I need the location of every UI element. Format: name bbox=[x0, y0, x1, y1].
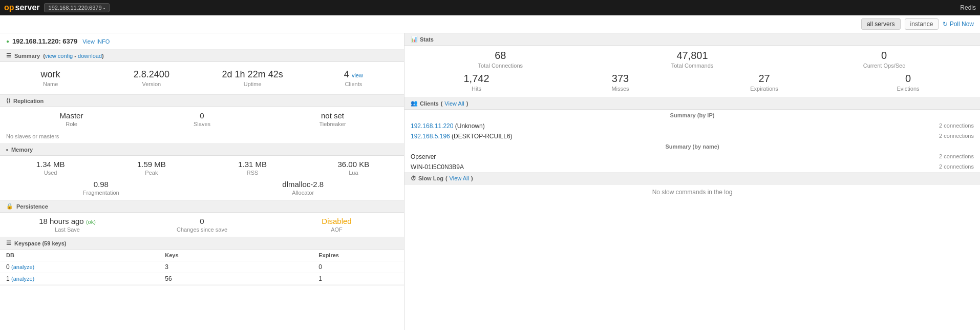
app-name: Redis bbox=[960, 4, 976, 11]
client-name: WIN-01I5C0N3B9A bbox=[411, 163, 939, 171]
total-commands-label: Total Commands bbox=[596, 63, 789, 69]
aof-label: AOF bbox=[269, 226, 404, 233]
summary-section: ☰ Summary (view config - download) work … bbox=[0, 50, 404, 95]
current-ops-value: 0 bbox=[788, 50, 980, 61]
keyspace-icon: ☰ bbox=[6, 240, 11, 246]
memory-header: ▪ Memory bbox=[0, 144, 404, 156]
client-ip: 192.168.11.220 (Unknown) bbox=[411, 122, 939, 130]
client-ip-link[interactable]: 192.168.11.220 bbox=[411, 122, 453, 130]
tab-all-servers[interactable]: all servers bbox=[861, 18, 901, 30]
db-cell: 1 (analyze) bbox=[0, 273, 114, 285]
used-value: 1.34 MB bbox=[0, 160, 101, 169]
replication-stats: Master Role 0 Slaves not set Tiebreaker bbox=[0, 107, 404, 131]
rss-value: 1.31 MB bbox=[202, 160, 303, 169]
summary-header: ☰ Summary (view config - download) bbox=[0, 50, 404, 62]
analyze-link[interactable]: (analyze) bbox=[11, 276, 34, 282]
clients-view-all-link[interactable]: View All bbox=[444, 100, 464, 107]
server-address-pill[interactable]: 192.168.11.220:6379 - bbox=[44, 3, 110, 12]
hits: 1,742 Hits bbox=[404, 73, 548, 92]
used-label: Used bbox=[0, 170, 101, 176]
slaves-label: Slaves bbox=[137, 121, 267, 127]
slow-log-title: Slow Log bbox=[418, 175, 443, 181]
hits-label: Hits bbox=[404, 86, 548, 92]
slaves-value: 0 bbox=[137, 111, 267, 120]
lua-value: 36.00 KB bbox=[303, 160, 404, 169]
total-commands-value: 47,801 bbox=[596, 50, 789, 61]
slow-log-header: ⏱ Slow Log (View All) bbox=[404, 172, 980, 184]
keys-cell: 56 bbox=[114, 273, 312, 285]
evictions-value: 0 bbox=[836, 73, 980, 85]
server-title-bar: ● 192.168.11.220: 6379 View INFO bbox=[0, 33, 404, 50]
clients-by-name: Summary (by name) Opserver 2 connections… bbox=[404, 141, 980, 172]
misses-label: Misses bbox=[548, 86, 692, 92]
name-label: Name bbox=[4, 81, 97, 87]
misses: 373 Misses bbox=[548, 73, 692, 92]
download-link[interactable]: download bbox=[78, 53, 102, 59]
allocator-label: Allocator bbox=[202, 190, 404, 196]
stats-icon: 📊 bbox=[411, 36, 418, 43]
memory-title: Memory bbox=[11, 147, 33, 153]
stats-title: Stats bbox=[420, 36, 434, 43]
client-name-row: Opserver 2 connections bbox=[404, 152, 980, 162]
slow-log-icon: ⏱ bbox=[411, 175, 416, 181]
header: opserver 192.168.11.220:6379 - Redis bbox=[0, 0, 980, 15]
name-value: work bbox=[4, 69, 97, 80]
summary-links: (view config - download) bbox=[43, 53, 104, 59]
rep-role: Master Role bbox=[6, 111, 137, 127]
view-config-link[interactable]: view config bbox=[45, 53, 73, 59]
total-commands: 47,801 Total Commands bbox=[596, 50, 789, 69]
view-info-link[interactable]: View INFO bbox=[82, 38, 110, 45]
rep-slaves: 0 Slaves bbox=[137, 111, 267, 127]
replication-section: ⟨⟩ Replication Master Role 0 Slaves not … bbox=[0, 95, 404, 144]
persist-changes: 0 Changes since save bbox=[135, 217, 269, 233]
client-name-connections: 2 connections bbox=[939, 163, 974, 171]
tiebreaker-value: not set bbox=[267, 111, 398, 120]
changes-label: Changes since save bbox=[135, 226, 269, 233]
col-expires: Expires bbox=[312, 250, 404, 261]
total-connections-label: Total Connections bbox=[404, 63, 596, 69]
replication-title: Replication bbox=[13, 98, 44, 104]
summary-title: Summary bbox=[14, 53, 40, 59]
clients-label: Clients bbox=[307, 81, 400, 87]
role-label: Role bbox=[6, 121, 137, 127]
evictions-label: Evictions bbox=[836, 86, 980, 92]
rep-tiebreaker: not set Tiebreaker bbox=[267, 111, 398, 127]
replication-icon: ⟨⟩ bbox=[6, 97, 10, 104]
poll-now-button[interactable]: ↻ Poll Now bbox=[943, 20, 974, 28]
analyze-link[interactable]: (analyze) bbox=[11, 264, 34, 270]
persistence-section: 🔒 Persistence 18 hours ago (ok) Last Sav… bbox=[0, 200, 404, 237]
tab-instance[interactable]: instance bbox=[905, 18, 939, 30]
mem-lua: 36.00 KB Lua bbox=[303, 160, 404, 176]
main-content: ● 192.168.11.220: 6379 View INFO ☰ Summa… bbox=[0, 33, 980, 330]
version-label: Version bbox=[105, 81, 198, 87]
expirations-value: 27 bbox=[692, 73, 836, 85]
keys-cell: 3 bbox=[114, 261, 312, 273]
uptime-label: Uptime bbox=[206, 81, 299, 87]
peak-value: 1.59 MB bbox=[101, 160, 202, 169]
summary-stats: work Name 2.8.2400 Version 2d 1h 22m 42s… bbox=[0, 62, 404, 94]
left-panel: ● 192.168.11.220: 6379 View INFO ☰ Summa… bbox=[0, 33, 404, 330]
role-value: Master bbox=[6, 111, 137, 120]
total-connections-value: 68 bbox=[404, 50, 596, 61]
table-row: 1 (analyze) 56 1 bbox=[0, 273, 404, 285]
logo-op: op bbox=[4, 3, 14, 12]
by-ip-header: Summary (by IP) bbox=[404, 110, 980, 121]
stat-uptime: 2d 1h 22m 42s Uptime bbox=[202, 67, 303, 89]
clients-icon: 👥 bbox=[411, 100, 418, 107]
slow-log-view-all-link[interactable]: View All bbox=[450, 175, 469, 181]
stat-version: 2.8.2400 Version bbox=[101, 67, 202, 89]
total-connections: 68 Total Connections bbox=[404, 50, 596, 69]
memory-icon: ▪ bbox=[6, 147, 8, 153]
db-cell: 0 (analyze) bbox=[0, 261, 114, 273]
right-panel: 📊 Stats 68 Total Connections 47,801 Tota… bbox=[404, 33, 980, 330]
mem-rss: 1.31 MB RSS bbox=[202, 160, 303, 176]
uptime-value: 2d 1h 22m 42s bbox=[206, 69, 299, 80]
mem-allocator: dlmalloc-2.8 Allocator bbox=[202, 180, 404, 196]
client-connections: 2 connections bbox=[939, 122, 974, 130]
evictions: 0 Evictions bbox=[836, 73, 980, 92]
client-ip-link[interactable]: 192.168.5.196 bbox=[411, 133, 450, 140]
clients-title: Clients bbox=[420, 100, 439, 107]
client-name-row: WIN-01I5C0N3B9A 2 connections bbox=[404, 162, 980, 172]
current-ops-label: Current Ops/Sec bbox=[788, 63, 980, 69]
clients-view-link[interactable]: view bbox=[352, 72, 363, 78]
